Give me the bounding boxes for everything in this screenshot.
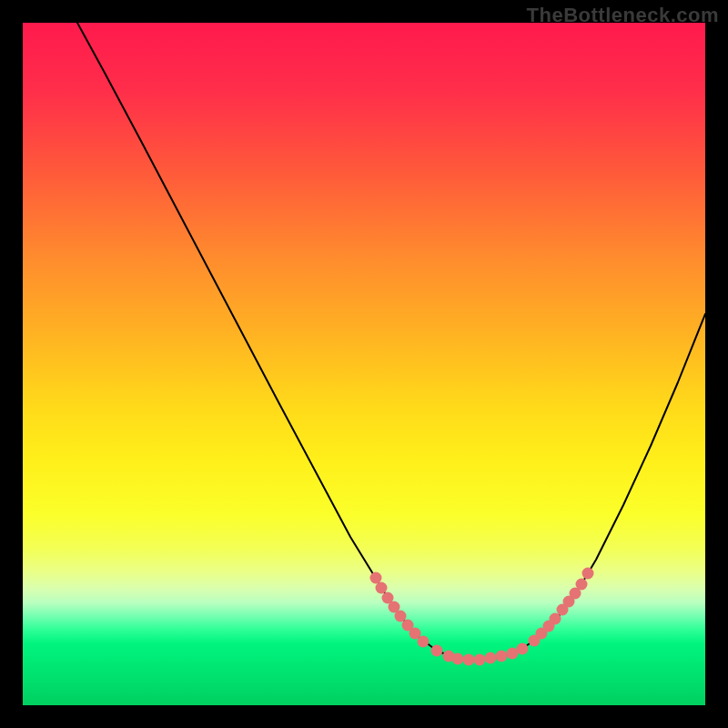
data-dot <box>370 572 382 584</box>
data-dot <box>431 645 443 657</box>
plot-area <box>23 23 705 705</box>
watermark-text: TheBottleneck.com <box>527 4 719 27</box>
data-dot <box>418 636 430 648</box>
bottleneck-curve <box>77 23 705 660</box>
data-dots-right <box>529 568 594 647</box>
curve-plot <box>23 23 705 705</box>
data-dots-left <box>370 572 430 648</box>
data-dot <box>496 651 508 662</box>
data-dot <box>485 652 497 664</box>
data-dot <box>463 654 475 666</box>
data-dot <box>376 582 388 594</box>
data-dot <box>474 654 486 666</box>
data-dot <box>517 643 529 655</box>
chart-container: TheBottleneck.com <box>0 0 728 728</box>
data-dot <box>452 653 464 665</box>
data-dot <box>576 579 588 591</box>
data-dot <box>582 568 594 580</box>
data-dots-bottom <box>431 643 529 666</box>
